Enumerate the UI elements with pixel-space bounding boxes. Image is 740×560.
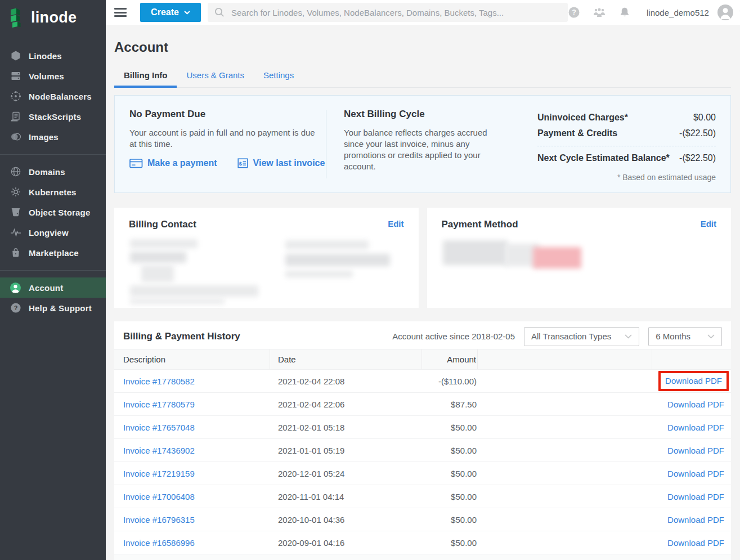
invoice-row: Invoice #17657048 2021-02-01 05:18 $50.0… bbox=[114, 416, 731, 439]
sidebar-item-linodes[interactable]: Linodes bbox=[0, 46, 106, 66]
account-active-since: Account active since 2018-02-05 bbox=[392, 331, 515, 341]
pulse-icon bbox=[10, 227, 21, 239]
help-icon: ? bbox=[10, 302, 21, 314]
search-input[interactable] bbox=[230, 7, 561, 18]
invoice-link-invoice-17657048[interactable]: Invoice #17657048 bbox=[123, 423, 195, 432]
username[interactable]: linode_demo512 bbox=[647, 8, 709, 17]
download-pdf-link[interactable]: Download PDF bbox=[667, 400, 724, 409]
charge-row: Next Cycle Estimated Balance* -($22.50) bbox=[537, 146, 716, 166]
sidebar-item-marketplace[interactable]: Marketplace bbox=[0, 243, 106, 263]
invoice-date: 2020-11-01 04:14 bbox=[270, 492, 422, 501]
globe-icon bbox=[10, 166, 21, 178]
view-last-invoice-link[interactable]: $ View last invoice bbox=[237, 158, 325, 168]
avatar[interactable] bbox=[717, 4, 734, 21]
search-icon bbox=[214, 7, 225, 17]
transaction-type-select[interactable]: All Transaction Types bbox=[524, 327, 639, 346]
invoice-link-invoice-17780582[interactable]: Invoice #17780582 bbox=[123, 377, 195, 386]
chevron-down-icon bbox=[625, 334, 632, 339]
charge-value: -($22.50) bbox=[679, 153, 716, 163]
invoice-link-invoice-16796315[interactable]: Invoice #16796315 bbox=[123, 515, 195, 525]
download-pdf-link[interactable]: Download PDF bbox=[667, 492, 724, 501]
invoice-link-invoice-16586996[interactable]: Invoice #16586996 bbox=[123, 538, 195, 548]
billing-cards: Billing Contact Edit Payment Method Edit bbox=[114, 208, 731, 308]
billing-history-header: Billing & Payment History Account active… bbox=[114, 321, 731, 349]
create-button[interactable]: Create bbox=[140, 3, 201, 22]
invoice-row: Invoice #17780582 2021-02-04 22:08 -($11… bbox=[114, 370, 731, 393]
sidebar-item-stackscripts[interactable]: StackScripts bbox=[0, 106, 106, 127]
stackscripts-icon bbox=[10, 111, 21, 123]
no-payment-due-section: No Payment Due Your account is paid in f… bbox=[129, 109, 326, 180]
sidebar-item-volumes[interactable]: Volumes bbox=[0, 66, 106, 86]
community-icon[interactable] bbox=[593, 7, 606, 17]
sidebar-item-help-support[interactable]: ? Help & Support bbox=[0, 298, 106, 318]
column-header-description[interactable]: Description bbox=[114, 350, 270, 369]
billing-contact-edit-link[interactable]: Edit bbox=[388, 219, 403, 229]
download-pdf-link[interactable]: Download PDF bbox=[667, 538, 724, 548]
billing-contact-card: Billing Contact Edit bbox=[114, 208, 419, 308]
search-bar[interactable] bbox=[208, 3, 568, 22]
payment-method-title: Payment Method bbox=[442, 219, 717, 230]
charge-row: Uninvoiced Charges* $0.00 bbox=[537, 110, 716, 126]
help-icon[interactable]: ? bbox=[568, 6, 580, 19]
invoice-row: Invoice #16586996 2020-09-01 04:16 $50.0… bbox=[114, 531, 731, 554]
billing-history-filters: Account active since 2018-02-05 All Tran… bbox=[392, 327, 722, 346]
linode-logo[interactable]: linode bbox=[0, 0, 106, 36]
next-billing-cycle-body: Your balance reflects charges accrued si… bbox=[344, 127, 501, 172]
charges-summary: Uninvoiced Charges* $0.00 Payment & Cred… bbox=[537, 109, 716, 180]
sidebar-item-longview[interactable]: Longview bbox=[0, 222, 106, 243]
download-pdf-link[interactable]: Download PDF bbox=[658, 371, 729, 391]
sidebar-item-account[interactable]: Account bbox=[0, 277, 106, 298]
invoice-icon: $ bbox=[237, 158, 249, 168]
sidebar-item-images[interactable]: Images bbox=[0, 127, 106, 147]
svg-text:$: $ bbox=[239, 160, 242, 167]
tab-settings[interactable]: Settings bbox=[254, 65, 303, 87]
no-payment-due-body: Your account is paid in full and no paym… bbox=[129, 127, 324, 150]
invoice-date: 2021-02-04 22:08 bbox=[270, 377, 422, 386]
invoice-link-invoice-17436902[interactable]: Invoice #17436902 bbox=[123, 446, 195, 455]
notifications-bell-icon[interactable] bbox=[618, 6, 631, 19]
invoice-link-invoice-17006408[interactable]: Invoice #17006408 bbox=[123, 492, 195, 501]
linode-logo-icon bbox=[9, 8, 26, 28]
tabs: Billing Info Users & Grants Settings bbox=[114, 65, 731, 88]
download-pdf-link[interactable]: Download PDF bbox=[667, 469, 724, 478]
billing-history-section: Billing & Payment History Account active… bbox=[114, 321, 731, 560]
redacted-billing-contact bbox=[129, 238, 404, 300]
make-payment-link[interactable]: Make a payment bbox=[129, 158, 217, 168]
topbar-actions: ? linode_demo512 bbox=[568, 4, 740, 21]
tab-users-grants[interactable]: Users & Grants bbox=[177, 65, 254, 87]
date-range-select[interactable]: 6 Months bbox=[648, 327, 722, 346]
menu-icon[interactable] bbox=[114, 8, 127, 17]
column-header-actions bbox=[652, 350, 731, 369]
charge-value: $0.00 bbox=[693, 113, 716, 123]
no-payment-due-title: No Payment Due bbox=[129, 109, 326, 120]
charge-value: -($22.50) bbox=[679, 128, 716, 138]
sidebar: linode Linodes Volumes NodeBalancers bbox=[0, 0, 106, 560]
download-pdf-link[interactable]: Download PDF bbox=[667, 515, 724, 525]
invoice-row: Invoice #16796315 2020-10-01 04:36 $50.0… bbox=[114, 508, 731, 531]
column-header-date[interactable]: Date bbox=[270, 350, 422, 369]
sidebar-nav: Linodes Volumes NodeBalancers StackScrip… bbox=[0, 46, 106, 318]
invoice-row: Invoice #17780579 2021-02-04 22:06 $87.5… bbox=[114, 393, 731, 416]
download-pdf-link[interactable]: Download PDF bbox=[667, 446, 724, 455]
topbar: Create ? bbox=[106, 0, 740, 25]
invoice-amount: $50.00 bbox=[422, 423, 478, 432]
sidebar-item-nodebalancers[interactable]: NodeBalancers bbox=[0, 86, 106, 106]
nodebalancers-icon bbox=[10, 91, 21, 102]
invoice-date: 2020-09-01 04:16 bbox=[270, 538, 422, 548]
payment-method-edit-link[interactable]: Edit bbox=[701, 219, 716, 229]
images-icon bbox=[10, 131, 21, 143]
invoice-link-invoice-17219159[interactable]: Invoice #17219159 bbox=[123, 469, 195, 478]
invoice-amount: $50.00 bbox=[422, 492, 478, 501]
billing-history-title: Billing & Payment History bbox=[123, 331, 240, 342]
invoice-amount: $50.00 bbox=[422, 446, 478, 455]
sidebar-item-domains[interactable]: Domains bbox=[0, 162, 106, 182]
tab-billing-info[interactable]: Billing Info bbox=[114, 65, 177, 87]
download-pdf-link[interactable]: Download PDF bbox=[667, 423, 724, 432]
page-title: Account bbox=[114, 39, 731, 55]
sidebar-item-object-storage[interactable]: Object Storage bbox=[0, 202, 106, 222]
kubernetes-icon bbox=[10, 186, 21, 198]
column-header-amount[interactable]: Amount bbox=[422, 350, 478, 369]
credit-card-icon bbox=[129, 159, 143, 168]
invoice-link-invoice-17780579[interactable]: Invoice #17780579 bbox=[123, 400, 195, 409]
sidebar-item-kubernetes[interactable]: Kubernetes bbox=[0, 182, 106, 202]
